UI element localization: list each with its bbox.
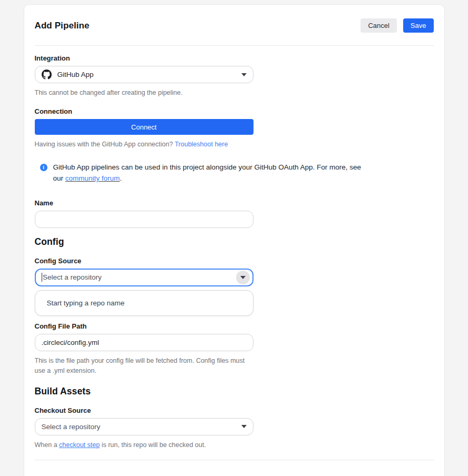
chevron-down-icon [241,73,247,76]
config-source-field: Config Source Select a repository Start … [35,257,253,316]
checkout-source-placeholder: Select a repository [42,423,241,431]
connection-helper-text: Having issues with the GitHub App connec… [35,140,253,150]
integration-label: Integration [35,54,253,62]
integration-field: Integration GitHub App This cannot be ch… [35,54,253,98]
repo-search-hint: Start typing a repo name [47,299,125,307]
name-field-group: Name [35,199,253,228]
config-file-path-field: Config File Path This is the file path y… [35,322,253,376]
connection-label: Connection [35,107,253,115]
integration-helper-text: This cannot be changed after creating th… [35,88,253,98]
header-actions: Cancel Save [360,18,433,33]
chevron-down-icon [240,276,246,279]
config-source-placeholder: Select a repository [43,273,236,281]
config-source-combobox[interactable]: Select a repository [35,269,253,286]
checkout-step-link[interactable]: checkout step [59,441,100,449]
troubleshoot-link[interactable]: Troubleshoot here [174,141,228,148]
chevron-down-icon [241,425,247,428]
info-note-text-after: . [120,174,122,182]
page-title: Add Pipeline [35,21,90,31]
footer-note: After saving this pipeline, navigate to … [40,460,434,476]
name-input-wrapper [35,211,253,228]
checkout-source-label: Checkout Source [35,406,253,414]
checkout-helper-prefix: When a [35,441,60,449]
cancel-button[interactable]: Cancel [360,18,396,33]
community-forum-link[interactable]: community forum [65,174,120,182]
info-note: i GitHub App pipelines can be used in th… [40,162,367,184]
info-note-text: GitHub App pipelines can be used in this… [53,162,367,184]
checkout-source-helper-text: When a checkout step is run, this repo w… [35,440,253,450]
checkout-source-select[interactable]: Select a repository [35,418,253,435]
config-source-dropdown-toggle[interactable] [236,271,250,284]
config-section-heading: Config [35,236,434,247]
info-icon: i [40,164,47,171]
config-file-path-input[interactable] [42,339,247,346]
checkout-helper-suffix: is run, this repo will be checked out. [100,441,206,449]
page-header: Add Pipeline Cancel Save [35,18,434,46]
integration-select[interactable]: GitHub App [35,66,253,83]
connection-field: Connection Connect Having issues with th… [35,107,253,150]
name-input[interactable] [42,215,247,223]
build-assets-section-heading: Build Assets [35,386,434,397]
checkout-source-field: Checkout Source Select a repository When… [35,406,253,450]
add-pipeline-panel: Add Pipeline Cancel Save Integration Git… [24,4,445,476]
config-file-path-label: Config File Path [35,322,253,330]
save-button[interactable]: Save [403,18,434,33]
name-label: Name [35,199,253,207]
config-file-path-helper-text: This is the file path your config file w… [35,356,253,376]
config-file-path-input-wrapper [35,334,253,351]
text-cursor [42,273,43,282]
config-source-label: Config Source [35,257,253,265]
connection-helper-prefix: Having issues with the GitHub App connec… [35,141,175,148]
connect-button[interactable]: Connect [35,119,253,135]
integration-selected-value: GitHub App [57,71,241,78]
config-source-dropdown-panel[interactable]: Start typing a repo name [35,290,253,316]
github-icon [42,70,52,80]
